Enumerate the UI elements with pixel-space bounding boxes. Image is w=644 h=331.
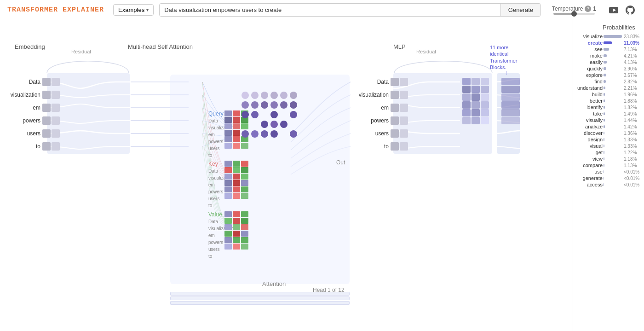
mlp-inner-blocks-2 [472,78,480,124]
prob-pct: 1.96% [624,92,640,97]
generate-button[interactable]: Generate [500,4,540,16]
attn-dot [251,130,259,138]
attn-dot [270,121,278,128]
prob-word: design [575,137,603,142]
more-blocks-notice: 11 more identical Transformer Blocks. [490,44,527,70]
mat-block [233,174,240,180]
mat-block [224,211,232,217]
prob-pct: 1.33% [624,144,640,149]
prob-pct: 1.88% [624,99,640,104]
mlp-token-row-to: to [356,142,408,151]
mat-block [224,180,232,186]
token-row-data: Data [8,78,60,86]
prob-word: analyze [575,124,603,129]
embed-block [400,129,408,138]
prob-pct: <0.01% [624,176,640,181]
probability-row: easily 4.13% [575,59,640,65]
attn-dot [261,92,268,99]
temperature-slider[interactable] [553,13,595,15]
attn-dot [290,111,297,118]
prob-word: build [575,92,603,97]
token-row-users: users [8,129,60,138]
prob-bar [604,106,605,109]
prob-bar [604,138,604,141]
prob-bar-wrap [604,105,623,110]
mlp-block [472,101,480,109]
mat-block [233,193,240,199]
prob-word: explore [575,72,603,78]
key-matrix-q [224,161,232,199]
attn-dot [251,121,259,128]
mat-block [224,237,232,243]
mlp-embed-blocks-data [391,78,408,86]
prob-pct: 2.21% [624,86,640,91]
embed-blocks-data [42,78,60,86]
mlp-embed-blocks-powers [391,116,408,125]
token-label-em: em [8,105,40,111]
prob-word: make [575,53,603,58]
mlp-token-label-em: em [356,105,389,111]
temperature-info-icon[interactable]: ? [585,6,591,12]
mat-block [233,110,240,116]
prob-bar [604,80,606,83]
mlp-block [472,78,480,85]
attn-dot [280,111,288,118]
attn-dot [290,130,297,138]
prob-word: visually [575,117,603,123]
prob-bar-wrap [604,79,623,84]
probability-list: visualize 23.83% create 11.03% see 7.13%… [575,34,640,187]
prob-bar [604,125,605,128]
examples-button[interactable]: Examples ▾ [113,4,154,16]
prob-bar-wrap [604,34,623,39]
mat-block [224,136,232,142]
token-label-to: to [8,143,40,150]
prob-pct: 1.44% [624,118,640,123]
mlp-token-label-vis: visualization [356,92,389,98]
prob-word: see [575,46,603,52]
attn-dot [251,111,259,118]
token-label-vis: visualization [8,92,40,98]
mat-block [233,186,240,192]
mlp-embed-blocks-vis [391,91,408,99]
youtube-icon[interactable] [607,4,620,17]
mlp-block [462,101,471,109]
attn-dot [251,92,259,99]
residual-label-1: Residual [71,49,91,54]
prob-bar [604,35,622,38]
prob-bar [604,41,612,44]
out-block [501,78,520,85]
prob-word: easily [575,59,603,65]
token-row-vis: visualization [8,91,60,99]
probability-row: see 7.13% [575,46,640,52]
prob-bar-wrap [604,144,623,148]
mat-block [233,231,240,237]
prob-word: use [575,169,603,174]
text-input[interactable] [160,4,500,16]
mlp-embed-blocks-em [391,104,408,112]
probability-row: quickly 3.90% [575,66,640,71]
prob-bar [604,112,605,115]
out-block [501,109,520,116]
attn-dot [290,121,297,128]
attn-dot [290,101,297,109]
prob-bar-wrap [604,99,623,103]
probability-row: create 11.03% [575,40,640,46]
mlp-block [462,117,471,124]
mlp-block [481,117,489,124]
value-matrix-q [224,211,232,250]
probability-row: generate <0.01% [575,175,640,181]
prob-pct: 3.90% [624,66,640,71]
mat-block [224,193,232,199]
mat-block [224,117,232,123]
mlp-embed-blocks-to [391,142,408,151]
mlp-token-row-powers: powers [356,116,408,125]
out-block [501,101,520,109]
github-icon[interactable] [624,4,637,17]
prob-bar-wrap [604,118,623,122]
temperature-control: Temperature ? 1 [546,6,602,15]
prob-bar [604,74,606,76]
mat-block [233,123,240,129]
prob-pct: 1.49% [624,111,640,116]
embed-block [400,104,408,112]
prob-bar [604,170,604,173]
